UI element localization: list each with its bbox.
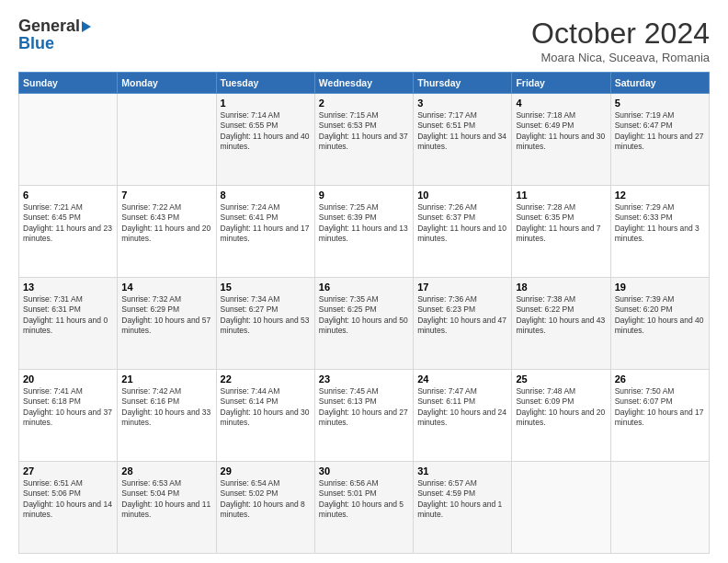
- day-number: 9: [319, 190, 409, 201]
- logo-general: General: [18, 17, 80, 36]
- day-info: Sunrise: 7:31 AM Sunset: 6:31 PM Dayligh…: [23, 294, 113, 337]
- day-number: 3: [417, 98, 507, 109]
- day-cell: 8Sunrise: 7:24 AM Sunset: 6:41 PM Daylig…: [216, 186, 314, 278]
- day-cell: 16Sunrise: 7:35 AM Sunset: 6:25 PM Dayli…: [314, 278, 413, 370]
- day-info: Sunrise: 7:28 AM Sunset: 6:35 PM Dayligh…: [516, 202, 606, 245]
- logo-blue: Blue: [18, 34, 54, 53]
- day-info: Sunrise: 7:38 AM Sunset: 6:22 PM Dayligh…: [516, 294, 606, 337]
- day-number: 1: [221, 98, 311, 109]
- day-info: Sunrise: 7:32 AM Sunset: 6:29 PM Dayligh…: [121, 294, 211, 337]
- day-number: 26: [615, 373, 705, 385]
- day-number: 13: [23, 282, 113, 293]
- day-number: 11: [516, 190, 606, 201]
- day-number: 31: [417, 465, 507, 477]
- day-cell: 6Sunrise: 7:21 AM Sunset: 6:45 PM Daylig…: [19, 186, 118, 278]
- location: Moara Nica, Suceava, Romania: [531, 51, 710, 64]
- col-saturday: Saturday: [610, 73, 709, 94]
- day-number: 20: [23, 373, 113, 385]
- day-info: Sunrise: 7:25 AM Sunset: 6:39 PM Dayligh…: [319, 202, 409, 245]
- day-cell: 4Sunrise: 7:18 AM Sunset: 6:49 PM Daylig…: [512, 94, 610, 186]
- day-info: Sunrise: 7:22 AM Sunset: 6:43 PM Dayligh…: [121, 202, 211, 245]
- day-cell: 1Sunrise: 7:14 AM Sunset: 6:55 PM Daylig…: [216, 94, 314, 186]
- day-number: 8: [221, 190, 311, 201]
- day-cell: 23Sunrise: 7:45 AM Sunset: 6:13 PM Dayli…: [314, 370, 413, 462]
- day-cell: 5Sunrise: 7:19 AM Sunset: 6:47 PM Daylig…: [610, 94, 709, 186]
- day-number: 24: [417, 373, 507, 385]
- day-number: 6: [23, 190, 113, 201]
- day-info: Sunrise: 7:24 AM Sunset: 6:41 PM Dayligh…: [221, 202, 311, 245]
- week-row-1: 1Sunrise: 7:14 AM Sunset: 6:55 PM Daylig…: [19, 94, 710, 186]
- day-number: 7: [121, 190, 211, 201]
- day-number: 28: [121, 465, 211, 477]
- day-info: Sunrise: 6:51 AM Sunset: 5:06 PM Dayligh…: [23, 478, 113, 521]
- day-number: 22: [221, 373, 311, 385]
- day-cell: 21Sunrise: 7:42 AM Sunset: 6:16 PM Dayli…: [118, 370, 216, 462]
- day-info: Sunrise: 6:56 AM Sunset: 5:01 PM Dayligh…: [319, 478, 409, 521]
- week-row-5: 27Sunrise: 6:51 AM Sunset: 5:06 PM Dayli…: [19, 462, 710, 554]
- day-info: Sunrise: 7:39 AM Sunset: 6:20 PM Dayligh…: [615, 294, 705, 337]
- day-info: Sunrise: 7:47 AM Sunset: 6:11 PM Dayligh…: [417, 386, 507, 429]
- day-number: 5: [615, 98, 705, 109]
- day-info: Sunrise: 7:34 AM Sunset: 6:27 PM Dayligh…: [221, 294, 311, 337]
- day-cell: 15Sunrise: 7:34 AM Sunset: 6:27 PM Dayli…: [216, 278, 314, 370]
- calendar-body: 1Sunrise: 7:14 AM Sunset: 6:55 PM Daylig…: [19, 94, 710, 554]
- day-cell: 26Sunrise: 7:50 AM Sunset: 6:07 PM Dayli…: [610, 370, 709, 462]
- day-info: Sunrise: 7:18 AM Sunset: 6:49 PM Dayligh…: [516, 110, 606, 153]
- day-number: 12: [615, 190, 705, 201]
- col-sunday: Sunday: [19, 73, 118, 94]
- day-number: 19: [615, 282, 705, 293]
- week-row-4: 20Sunrise: 7:41 AM Sunset: 6:18 PM Dayli…: [19, 370, 710, 462]
- day-info: Sunrise: 6:54 AM Sunset: 5:02 PM Dayligh…: [221, 478, 311, 521]
- day-cell: 17Sunrise: 7:36 AM Sunset: 6:23 PM Dayli…: [414, 278, 512, 370]
- day-info: Sunrise: 7:45 AM Sunset: 6:13 PM Dayligh…: [319, 386, 409, 429]
- header: General Blue October 2024 Moara Nica, Su…: [18, 17, 710, 64]
- day-cell: 11Sunrise: 7:28 AM Sunset: 6:35 PM Dayli…: [512, 186, 610, 278]
- day-cell: 12Sunrise: 7:29 AM Sunset: 6:33 PM Dayli…: [610, 186, 709, 278]
- col-monday: Monday: [118, 73, 216, 94]
- day-cell: [512, 462, 610, 554]
- day-cell: 28Sunrise: 6:53 AM Sunset: 5:04 PM Dayli…: [118, 462, 216, 554]
- day-info: Sunrise: 7:48 AM Sunset: 6:09 PM Dayligh…: [516, 386, 606, 429]
- week-row-3: 13Sunrise: 7:31 AM Sunset: 6:31 PM Dayli…: [19, 278, 710, 370]
- day-cell: 25Sunrise: 7:48 AM Sunset: 6:09 PM Dayli…: [512, 370, 610, 462]
- weekday-row: Sunday Monday Tuesday Wednesday Thursday…: [19, 73, 710, 94]
- day-info: Sunrise: 7:26 AM Sunset: 6:37 PM Dayligh…: [417, 202, 507, 245]
- day-cell: 7Sunrise: 7:22 AM Sunset: 6:43 PM Daylig…: [118, 186, 216, 278]
- day-cell: 13Sunrise: 7:31 AM Sunset: 6:31 PM Dayli…: [19, 278, 118, 370]
- logo: General Blue: [18, 17, 91, 53]
- day-number: 25: [516, 373, 606, 385]
- day-info: Sunrise: 7:17 AM Sunset: 6:51 PM Dayligh…: [417, 110, 507, 153]
- day-cell: 9Sunrise: 7:25 AM Sunset: 6:39 PM Daylig…: [314, 186, 413, 278]
- day-info: Sunrise: 7:44 AM Sunset: 6:14 PM Dayligh…: [221, 386, 311, 429]
- col-wednesday: Wednesday: [314, 73, 413, 94]
- day-number: 29: [221, 465, 311, 477]
- day-cell: 20Sunrise: 7:41 AM Sunset: 6:18 PM Dayli…: [19, 370, 118, 462]
- day-cell: 24Sunrise: 7:47 AM Sunset: 6:11 PM Dayli…: [414, 370, 512, 462]
- week-row-2: 6Sunrise: 7:21 AM Sunset: 6:45 PM Daylig…: [19, 186, 710, 278]
- day-info: Sunrise: 7:35 AM Sunset: 6:25 PM Dayligh…: [319, 294, 409, 337]
- title-block: October 2024 Moara Nica, Suceava, Romani…: [531, 17, 710, 64]
- day-number: 27: [23, 465, 113, 477]
- day-number: 17: [417, 282, 507, 293]
- day-number: 10: [417, 190, 507, 201]
- day-info: Sunrise: 7:50 AM Sunset: 6:07 PM Dayligh…: [615, 386, 705, 429]
- day-number: 21: [121, 373, 211, 385]
- day-info: Sunrise: 7:15 AM Sunset: 6:53 PM Dayligh…: [319, 110, 409, 153]
- day-number: 4: [516, 98, 606, 109]
- day-cell: 31Sunrise: 6:57 AM Sunset: 4:59 PM Dayli…: [414, 462, 512, 554]
- col-friday: Friday: [512, 73, 610, 94]
- calendar-table: Sunday Monday Tuesday Wednesday Thursday…: [18, 72, 710, 554]
- day-info: Sunrise: 7:29 AM Sunset: 6:33 PM Dayligh…: [615, 202, 705, 245]
- day-number: 15: [221, 282, 311, 293]
- day-info: Sunrise: 7:36 AM Sunset: 6:23 PM Dayligh…: [417, 294, 507, 337]
- day-number: 30: [319, 465, 409, 477]
- day-info: Sunrise: 7:42 AM Sunset: 6:16 PM Dayligh…: [121, 386, 211, 429]
- day-cell: [610, 462, 709, 554]
- day-cell: 19Sunrise: 7:39 AM Sunset: 6:20 PM Dayli…: [610, 278, 709, 370]
- day-number: 2: [319, 98, 409, 109]
- day-cell: 22Sunrise: 7:44 AM Sunset: 6:14 PM Dayli…: [216, 370, 314, 462]
- day-cell: 3Sunrise: 7:17 AM Sunset: 6:51 PM Daylig…: [414, 94, 512, 186]
- calendar-header: Sunday Monday Tuesday Wednesday Thursday…: [19, 73, 710, 94]
- day-info: Sunrise: 7:14 AM Sunset: 6:55 PM Dayligh…: [221, 110, 311, 153]
- day-number: 16: [319, 282, 409, 293]
